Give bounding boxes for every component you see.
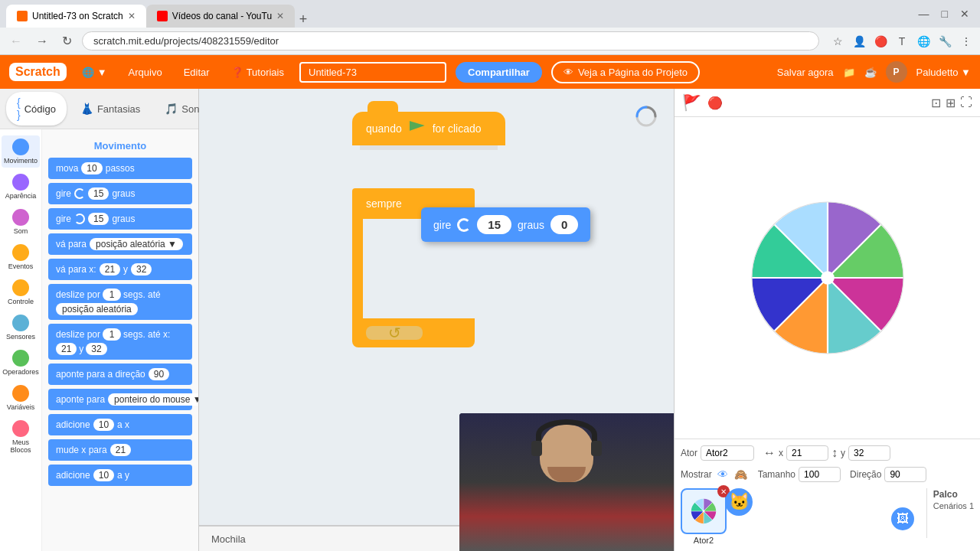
actor-name-input[interactable] [701, 445, 754, 461]
extension-icon3[interactable]: 🌐 [916, 34, 931, 49]
refresh-button[interactable]: ↻ [58, 32, 76, 50]
tab-close-youtube[interactable]: ✕ [276, 11, 284, 21]
project-name-input[interactable] [299, 62, 446, 83]
extension-icon4[interactable]: 🔧 [937, 34, 952, 49]
block-va-para-x[interactable]: 21 [100, 263, 120, 276]
block-adicione-y-value[interactable]: 10 [93, 469, 114, 481]
close-button[interactable]: ✕ [956, 6, 974, 21]
profile-icon[interactable]: 👤 [851, 34, 867, 49]
green-flag-button[interactable]: 🚩 [682, 93, 701, 112]
block-aponte-para-value[interactable]: ponteiro do mouse ▼ [108, 393, 198, 406]
category-sensores[interactable]: Sensores [2, 311, 40, 344]
block-adicione-x-suffix: a x [117, 419, 129, 430]
block-deslize1[interactable]: deslize por 1 segs. até posição aleatóri… [48, 284, 192, 320]
bookmark-icon[interactable]: ☆ [830, 34, 845, 49]
arquivo-menu-button[interactable]: Arquivo [122, 64, 168, 81]
show-eye-closed-icon[interactable]: 🙈 [733, 467, 749, 482]
quando-text: quando [366, 122, 402, 135]
share-button[interactable]: Compartilhar [456, 62, 542, 83]
block-deslize1-v1[interactable]: 1 [103, 289, 121, 301]
tutoriais-button[interactable]: ❓ Tutoriais [225, 64, 290, 81]
right-panel: 🚩 🔴 ⊡ ⊞ ⛶ [674, 89, 980, 551]
block-deslize1-v2[interactable]: posição aleatória [56, 303, 138, 315]
block-deslize2-v1[interactable]: 1 [103, 328, 121, 341]
gire-value-floating[interactable]: 15 [477, 215, 511, 234]
globe-menu-button[interactable]: 🌐 ▼ [76, 64, 113, 81]
add-sprite-button[interactable]: 🐱 [725, 488, 753, 516]
block-gire-cw-text: gire [56, 188, 71, 199]
block-va-para-xy[interactable]: vá para x: 21 y 32 [48, 259, 192, 280]
block-aponte-dir[interactable]: aponte para a direção 90 [48, 364, 192, 385]
stage-normal-view-button[interactable]: ⊞ [946, 96, 956, 110]
sprite-thumbnail-container: ✕ [681, 488, 727, 545]
extension-icon1[interactable]: 🔴 [873, 34, 888, 49]
block-mude-x[interactable]: mude x para 21 [48, 439, 192, 461]
sprite-thumb-ator2[interactable]: ✕ [681, 488, 727, 534]
y-value-input[interactable] [848, 445, 890, 461]
maximize-button[interactable]: □ [937, 6, 952, 21]
block-mova-value[interactable]: 10 [81, 162, 102, 174]
block-deslize2-x[interactable]: 21 [56, 343, 77, 355]
block-adicione-x[interactable]: adicione 10 a x [48, 414, 192, 435]
block-gire-ccw-text: gire [56, 214, 71, 224]
stage-fullscreen-button[interactable]: ⛶ [960, 96, 972, 110]
category-meus-blocos[interactable]: Meus Blocos [2, 417, 40, 457]
direction-value-input[interactable] [884, 467, 926, 482]
block-gire-cw-value[interactable]: 15 [88, 187, 109, 200]
show-eye-open-icon[interactable]: 👁 [715, 467, 730, 482]
stop-button[interactable]: 🔴 [707, 96, 723, 110]
save-button[interactable]: Salvar agora [777, 67, 834, 78]
category-movimento[interactable]: Movimento [2, 135, 40, 168]
blocks-panel: Movimento Aparência Som Eventos Controle [0, 129, 198, 551]
scratch-logo[interactable]: Scratch [9, 63, 67, 81]
more-options-icon[interactable]: ⋮ [959, 34, 974, 49]
block-gire-ccw[interactable]: gire 15 graus [48, 208, 192, 230]
block-aponte-para[interactable]: aponte para ponteiro do mouse ▼ [48, 389, 192, 410]
block-deslize2-y[interactable]: 32 [86, 343, 106, 355]
category-controle[interactable]: Controle [2, 276, 40, 308]
gire-extra-value[interactable]: 0 [550, 215, 578, 234]
size-field: Tamanho [758, 467, 841, 482]
block-aponte-dir-value[interactable]: 90 [149, 368, 169, 380]
tab-close-scratch[interactable]: ✕ [128, 11, 136, 21]
block-deslize2[interactable]: deslize por 1 segs. até x: 21 y 32 [48, 324, 192, 360]
tab-fantasias[interactable]: 👗 Fantasias [70, 98, 151, 119]
browser-tab-youtube[interactable]: Vídeos do canal - YouTube Studi... ✕ [146, 5, 295, 28]
gire-block-floating[interactable]: gire 15 graus 0 [421, 207, 590, 242]
block-adicione-x-value[interactable]: 10 [93, 419, 114, 431]
folder-icon[interactable]: 📁 [843, 67, 855, 78]
username-label[interactable]: Paludetto ▼ [916, 67, 971, 78]
block-gire-cw[interactable]: gire 15 graus [48, 183, 192, 204]
back-button[interactable]: ← [6, 33, 26, 50]
browser-tab-scratch[interactable]: Untitled-73 on Scratch ✕ [6, 5, 146, 28]
when-flag-clicked-block[interactable]: quando for clicado [352, 112, 505, 150]
category-eventos[interactable]: Eventos [2, 241, 40, 273]
view-page-label: Veja a Página do Projeto [578, 67, 688, 78]
view-page-button[interactable]: 👁 Veja a Página do Projeto [551, 61, 700, 83]
new-tab-button[interactable]: + [295, 11, 312, 28]
forward-button[interactable]: → [32, 33, 52, 50]
minimize-button[interactable]: — [914, 6, 934, 21]
category-operadores[interactable]: Operadores [2, 347, 40, 379]
category-som[interactable]: Som [2, 206, 40, 238]
tab-fantasias-label: Fantasias [97, 103, 140, 115]
block-mova[interactable]: mova 10 passos [48, 158, 192, 179]
stage-small-view-button[interactable]: ⊡ [931, 96, 941, 110]
editar-menu-button[interactable]: Editar [178, 64, 216, 81]
category-variaveis[interactable]: Variáveis [2, 382, 40, 414]
category-aparencia[interactable]: Aparência [2, 171, 40, 203]
block-va-para-value[interactable]: posição aleatória ▼ [90, 238, 183, 250]
x-value-input[interactable] [786, 445, 828, 461]
block-adicione-y[interactable]: adicione 10 a y [48, 465, 192, 486]
mostrar-label: Mostrar [681, 469, 712, 480]
tab-codigo[interactable]: { } Código [6, 92, 67, 126]
size-value-input[interactable] [799, 467, 841, 482]
block-va-para[interactable]: vá para posição aleatória ▼ [48, 233, 192, 255]
add-stage-button[interactable]: 🖼 [891, 507, 914, 530]
code-canvas[interactable]: quando for clicado sempre ↺ [199, 89, 674, 551]
block-va-para-y[interactable]: 32 [131, 263, 152, 276]
block-gire-ccw-value[interactable]: 15 [88, 213, 109, 225]
extension-icon2[interactable]: T [894, 34, 910, 49]
block-mude-x-value[interactable]: 21 [110, 444, 131, 456]
address-input[interactable] [82, 31, 819, 51]
